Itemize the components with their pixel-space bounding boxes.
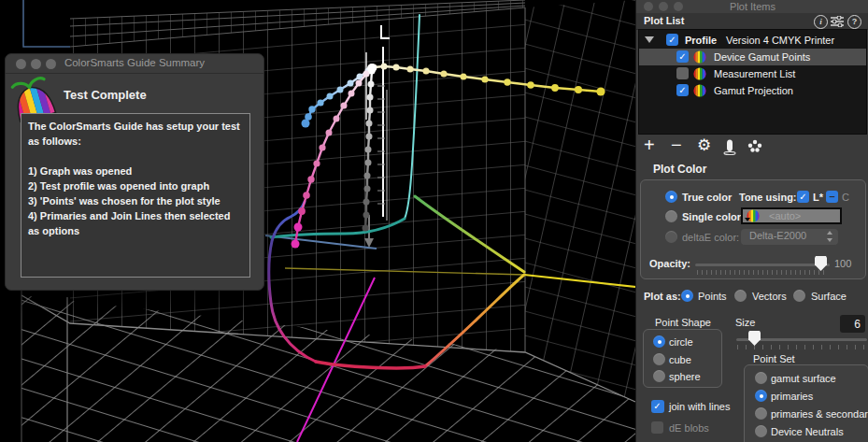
row-checkbox[interactable] bbox=[676, 50, 689, 63]
tree-row-gamut-projection[interactable]: Gamut Projection bbox=[639, 82, 866, 99]
panel-title: Plot Items bbox=[636, 1, 868, 12]
set-device-neutrals-label: Device Neutrals bbox=[771, 426, 844, 437]
single-color-value: <auto> bbox=[769, 210, 801, 221]
size-value: 6 bbox=[854, 318, 861, 331]
dialog-heading: Test Complete bbox=[64, 88, 147, 102]
set-primaries-secondaries-radio[interactable] bbox=[755, 407, 767, 420]
plot-as-vectors-label: Vectors bbox=[752, 291, 787, 302]
set-primaries-secondaries-label: primaries & secondaries bbox=[771, 408, 868, 420]
tree-row-label: Device Gamut Points bbox=[714, 51, 810, 63]
eyedropper-button[interactable] bbox=[723, 138, 736, 155]
opacity-slider-track[interactable] bbox=[695, 264, 830, 266]
disclosure-triangle-icon[interactable] bbox=[645, 36, 654, 43]
plot-as-points-radio[interactable] bbox=[681, 290, 693, 302]
de-blobs-checkbox[interactable] bbox=[651, 421, 663, 434]
plot-color-section-label: Plot Color bbox=[653, 163, 706, 176]
size-value-box: 6 bbox=[840, 315, 865, 333]
dropdown-arrow-icon bbox=[745, 218, 750, 221]
rainbow-icon bbox=[693, 67, 706, 80]
shape-cube-radio[interactable] bbox=[653, 353, 665, 365]
tone-using-label: Tone using: bbox=[739, 192, 797, 203]
tree-row-measurement-list[interactable]: Measurement List bbox=[639, 65, 866, 82]
profile-checkbox[interactable] bbox=[666, 34, 678, 46]
stepper-icon bbox=[826, 231, 834, 242]
row-checkbox[interactable] bbox=[676, 84, 689, 96]
app-window: ColorSmarts Guide Summary Test Complete … bbox=[0, 0, 868, 442]
tree-row-label: Gamut Projection bbox=[714, 85, 793, 96]
size-slider-thumb[interactable] bbox=[748, 331, 761, 346]
set-gamut-surface-radio[interactable] bbox=[755, 372, 767, 384]
deltae-color-radio[interactable] bbox=[665, 231, 677, 243]
plot-items-panel: Plot Items Plot List i ? Profile Version… bbox=[635, 0, 868, 442]
cluster-points-button[interactable] bbox=[747, 139, 762, 153]
dialog-intro: The ColorSmarts Guide has setup your tes… bbox=[28, 119, 243, 149]
plot-list-label: Plot List bbox=[644, 15, 684, 26]
plot-as-points-label: Points bbox=[698, 291, 727, 302]
panel-titlebar[interactable]: Plot Items bbox=[636, 0, 868, 14]
plot-as-surface-radio[interactable] bbox=[793, 290, 805, 302]
row-checkbox[interactable] bbox=[676, 67, 689, 79]
tone-l-checkbox[interactable] bbox=[797, 191, 809, 203]
shape-circle-label: circle bbox=[669, 336, 693, 348]
opacity-slider-ticks bbox=[697, 270, 828, 275]
tree-row-label: Profile bbox=[685, 35, 717, 46]
help-icon[interactable]: ? bbox=[847, 15, 861, 29]
filter-options-icon[interactable] bbox=[831, 16, 844, 27]
deltae-color-label: deltaE color: bbox=[682, 232, 739, 243]
single-color-dropdown[interactable]: <auto> bbox=[741, 207, 842, 224]
de-blobs-label: dE blobs bbox=[669, 422, 709, 434]
tone-l-label: L* bbox=[813, 192, 823, 203]
single-color-radio[interactable] bbox=[665, 210, 677, 222]
true-color-radio[interactable] bbox=[665, 191, 677, 203]
tree-row-value: Version 4 CMYK Printer bbox=[726, 35, 834, 46]
tree-row-device-gamut-points[interactable]: Device Gamut Points bbox=[639, 49, 866, 65]
set-primaries-radio[interactable] bbox=[755, 390, 767, 402]
info-icon[interactable]: i bbox=[814, 15, 828, 29]
shape-cube-label: cube bbox=[669, 354, 691, 365]
shape-circle-radio[interactable] bbox=[653, 335, 665, 348]
size-slider-ticks bbox=[737, 345, 866, 349]
add-button[interactable]: + bbox=[644, 136, 655, 153]
white-point bbox=[367, 64, 377, 73]
size-label: Size bbox=[735, 317, 755, 328]
dialog-step: 3) 'Points' was chosen for the plot styl… bbox=[28, 193, 243, 208]
dialog-titlebar[interactable]: ColorSmarts Guide Summary bbox=[6, 54, 263, 74]
point-set-label: Point Set bbox=[753, 353, 795, 364]
dialog-title: ColorSmarts Guide Summary bbox=[6, 57, 263, 68]
join-with-lines-checkbox[interactable] bbox=[651, 400, 664, 413]
dialog-step: 1) Graph was opened bbox=[28, 164, 243, 178]
deltae-value: Delta-E2000 bbox=[749, 230, 806, 241]
tree-row-label: Measurement List bbox=[714, 68, 795, 79]
opacity-value: 100 bbox=[834, 258, 851, 269]
gear-button[interactable]: ⚙ bbox=[697, 137, 711, 154]
remove-button[interactable]: − bbox=[671, 136, 682, 153]
tree-row-profile[interactable]: Profile Version 4 CMYK Printer bbox=[639, 32, 866, 49]
plot-as-vectors-radio[interactable] bbox=[734, 290, 747, 302]
dialog-body: The ColorSmarts Guide has setup your tes… bbox=[21, 113, 250, 278]
dialog-step: 2) Test profile was opened into graph bbox=[28, 178, 243, 193]
set-primaries-label: primaries bbox=[771, 391, 813, 402]
plot-list-tree: Profile Version 4 CMYK Printer Device Ga… bbox=[638, 29, 867, 135]
rainbow-icon bbox=[693, 50, 706, 64]
plot-as-label: Plot as: bbox=[644, 291, 681, 302]
plot-as-surface-label: Surface bbox=[811, 291, 847, 302]
opacity-label: Opacity: bbox=[649, 258, 690, 269]
join-with-lines-label: join with lines bbox=[669, 401, 730, 412]
list-toolbar: + − ⚙ bbox=[636, 136, 868, 157]
set-device-neutrals-radio[interactable] bbox=[755, 425, 767, 437]
set-gamut-surface-label: gamut surface bbox=[771, 373, 836, 384]
dialog-step: 4) Primaries and Join Lines then selecte… bbox=[28, 208, 243, 238]
colorsmarts-dialog: ColorSmarts Guide Summary Test Complete … bbox=[5, 53, 264, 291]
shape-sphere-label: sphere bbox=[669, 371, 701, 382]
tone-c-checkbox[interactable] bbox=[826, 191, 838, 203]
rainbow-icon bbox=[693, 84, 706, 97]
shape-sphere-radio[interactable] bbox=[653, 370, 665, 382]
tone-c-label: C bbox=[842, 192, 849, 203]
deltae-dropdown[interactable]: Delta-E2000 bbox=[741, 229, 838, 245]
plot-list-header: Plot List i ? bbox=[636, 13, 868, 30]
true-color-label: True color bbox=[682, 192, 732, 203]
single-color-label: Single color: bbox=[682, 211, 745, 222]
point-shape-label: Point Shape bbox=[655, 317, 711, 328]
